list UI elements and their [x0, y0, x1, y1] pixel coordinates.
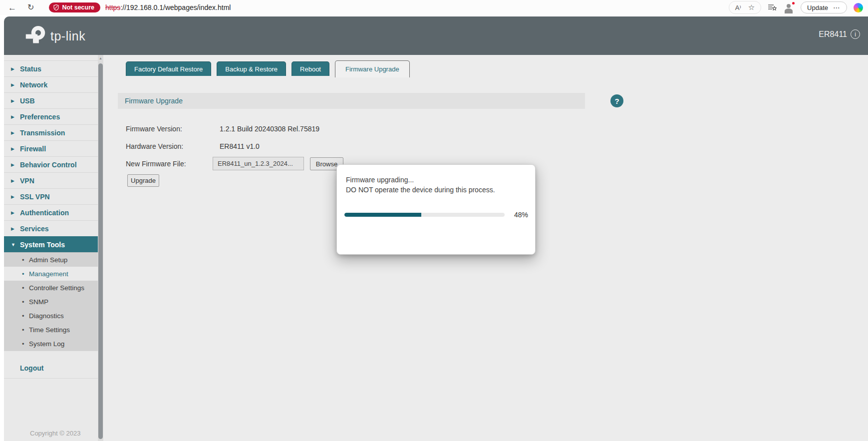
chevron-right-icon: ▶ [11, 178, 20, 183]
browser-chrome: ← ↻ Not secure https://192.168.0.1/webpa… [0, 0, 868, 15]
sidebar-item-diagnostics[interactable]: • Diagnostics [4, 309, 98, 323]
chevron-right-icon: ▶ [11, 194, 20, 199]
sidebar-item-transmission[interactable]: ▶ Transmission [4, 124, 98, 140]
tp-link-mark-icon [24, 25, 47, 47]
chevron-right-icon: ▶ [11, 114, 20, 119]
model-label: ER8411 [819, 30, 847, 39]
tab-reboot[interactable]: Reboot [291, 61, 329, 76]
chevron-right-icon: ▶ [11, 98, 20, 103]
bullet-icon: • [22, 270, 29, 278]
sidebar-item-management[interactable]: • Management [4, 267, 98, 281]
sidebar-item-behavior-control[interactable]: ▶ Behavior Control [4, 156, 98, 172]
bullet-icon: • [22, 256, 29, 264]
scroll-up-icon[interactable]: ▲ [98, 56, 103, 60]
sidebar-item-network[interactable]: ▶ Network [4, 76, 98, 92]
browser-menu-icon[interactable]: ⋯ [833, 3, 841, 11]
progress-bar [344, 213, 505, 217]
upgrade-button[interactable]: Upgrade [127, 174, 159, 187]
bullet-icon: • [22, 326, 29, 334]
device-model: ER8411 i [819, 29, 860, 39]
chevron-right-icon: ▶ [11, 130, 20, 135]
back-icon[interactable]: ← [8, 3, 16, 12]
hardware-version-label: Hardware Version: [126, 142, 183, 150]
tab-firmware-upgrade[interactable]: Firmware Upgrade [335, 60, 410, 77]
system-tools-submenu: • Admin Setup • Management • Controller … [4, 252, 98, 351]
sidebar-item-ssl-vpn[interactable]: ▶ SSL VPN [4, 188, 98, 204]
not-secure-badge[interactable]: Not secure [49, 2, 100, 12]
sidebar-item-firewall[interactable]: ▶ Firewall [4, 140, 98, 156]
bullet-icon: • [22, 340, 29, 348]
hardware-version-value: ER8411 v1.0 [220, 142, 260, 150]
section-title: Firmware Upgrade [125, 97, 183, 105]
sidebar-item-authentication[interactable]: ▶ Authentication [4, 204, 98, 220]
brand-name: tp-link [50, 29, 85, 43]
firmware-version-value: 1.2.1 Build 20240308 Rel.75819 [220, 125, 319, 133]
refresh-icon[interactable]: ↻ [27, 3, 34, 11]
sidebar-nav: ▶ Status ▶ Network ▶ USB ▶ Preferences ▶ [4, 55, 98, 441]
progress-percent: 48% [514, 211, 528, 219]
copyright-text: Copyright © 2023 [30, 430, 80, 437]
tab-factory-default-restore[interactable]: Factory Default Restore [126, 61, 211, 76]
section-header: Firmware Upgrade [118, 93, 585, 109]
address-bar[interactable]: https://192.168.0.1/webpages/index.html [105, 3, 231, 11]
update-label: Update [807, 4, 828, 11]
favorites-list-icon[interactable] [768, 3, 777, 11]
notification-dot [791, 1, 796, 5]
browser-update-button[interactable]: Update ⋯ [801, 1, 847, 13]
main-menu: ▶ Status ▶ Network ▶ USB ▶ Preferences ▶ [4, 55, 98, 379]
sidebar-item-system-tools[interactable]: ▼ System Tools [4, 236, 98, 252]
url-rest: ://192.168.0.1/webpages/index.html [120, 3, 231, 11]
sidebar-item-time-settings[interactable]: • Time Settings [4, 323, 98, 337]
new-firmware-label: New Firmware File: [126, 160, 186, 168]
help-icon[interactable]: ? [610, 94, 623, 107]
sidebar-item-status[interactable]: ▶ Status [4, 60, 98, 76]
not-secure-label: Not secure [62, 4, 94, 11]
sidebar-scrollbar[interactable]: ▲ [98, 55, 103, 441]
router-admin-app: tp-link ER8411 i ▶ Status ▶ Network ▶ [4, 16, 868, 441]
sidebar-item-vpn[interactable]: ▶ VPN [4, 172, 98, 188]
bullet-icon: • [22, 284, 29, 292]
sidebar-item-services[interactable]: ▶ Services [4, 220, 98, 236]
url-scheme: https [105, 3, 120, 11]
scrollbar-thumb[interactable] [98, 63, 103, 439]
tp-link-logo: tp-link [24, 25, 85, 47]
sidebar-item-admin-setup[interactable]: • Admin Setup [4, 253, 98, 267]
logout-block: Logout [4, 351, 98, 379]
profile-avatar[interactable] [783, 2, 794, 13]
app-header: tp-link ER8411 i [4, 16, 868, 55]
main-content: Factory Default Restore Backup & Restore… [103, 55, 868, 441]
logout-link[interactable]: Logout [20, 364, 43, 372]
bullet-icon: • [22, 312, 29, 320]
favorite-star-icon[interactable]: ☆ [748, 3, 755, 12]
chevron-down-icon: ▼ [11, 242, 20, 247]
progress-fill [344, 213, 421, 217]
chevron-right-icon: ▶ [11, 162, 20, 167]
firmware-version-label: Firmware Version: [126, 125, 182, 133]
toolbar-icon-group: A⁾ ☆ [729, 1, 761, 14]
tab-backup-restore[interactable]: Backup & Restore [217, 61, 286, 76]
copilot-icon[interactable] [854, 3, 863, 12]
sidebar-item-usb[interactable]: ▶ USB [4, 92, 98, 108]
chrome-right-cluster: A⁾ ☆ Update ⋯ [729, 1, 863, 14]
chevron-right-icon: ▶ [11, 82, 20, 87]
sidebar-item-snmp[interactable]: • SNMP [4, 295, 98, 309]
sidebar-item-system-log[interactable]: • System Log [4, 337, 98, 351]
chevron-right-icon: ▶ [11, 66, 20, 71]
info-icon[interactable]: i [851, 29, 860, 39]
not-secure-shield-icon [53, 4, 59, 10]
chevron-right-icon: ▶ [11, 210, 20, 215]
screen: ← ↻ Not secure https://192.168.0.1/webpa… [0, 0, 868, 441]
warning-message: DO NOT operate the device during this pr… [346, 186, 495, 194]
read-aloud-icon[interactable]: A⁾ [735, 4, 741, 11]
bullet-icon: • [22, 298, 29, 306]
sidebar-item-controller-settings[interactable]: • Controller Settings [4, 281, 98, 295]
new-firmware-file-input[interactable] [213, 157, 304, 170]
tab-bar: Factory Default Restore Backup & Restore… [126, 60, 410, 77]
firmware-upgrading-dialog: Firmware upgrading... DO NOT operate the… [336, 164, 536, 255]
chevron-right-icon: ▶ [11, 146, 20, 151]
sidebar-item-preferences[interactable]: ▶ Preferences [4, 108, 98, 124]
upgrading-message: Firmware upgrading... [346, 176, 414, 184]
chevron-right-icon: ▶ [11, 226, 20, 231]
